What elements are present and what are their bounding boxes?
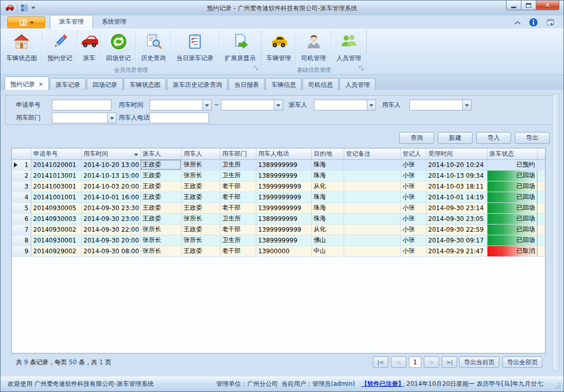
cell-user[interactable]: 张所长 xyxy=(181,213,220,224)
new-button[interactable]: 新建 xyxy=(438,132,473,144)
cell-note[interactable] xyxy=(344,159,400,170)
cell-dept[interactable]: 卫生所 xyxy=(220,213,256,224)
cell-status[interactable]: 已取消 xyxy=(487,246,537,256)
combo-dropdown-icon[interactable] xyxy=(107,113,116,123)
cell-note[interactable] xyxy=(344,192,400,202)
page-number-input[interactable]: 1 xyxy=(409,357,421,368)
last-page-button[interactable]: >| xyxy=(442,357,457,368)
cell-phone[interactable]: 1389999999 xyxy=(256,170,311,181)
doc-tab-回场记录[interactable]: 回场记录 xyxy=(87,78,123,90)
phone-input[interactable] xyxy=(149,113,209,123)
cell-registrar[interactable]: 小张 xyxy=(400,192,426,202)
cell-dept[interactable]: 老干部 xyxy=(220,202,256,213)
cell-user[interactable]: 王政委 xyxy=(181,224,220,235)
cell-time[interactable]: 2014-09-30 22:00 xyxy=(81,224,140,235)
cell-dispatcher[interactable]: 王政委 xyxy=(140,202,181,213)
cell-dispatcher[interactable]: 王政委 xyxy=(140,192,181,202)
cell-dept[interactable]: 卫生所 xyxy=(220,170,256,181)
cell-phone[interactable]: 13999999999 xyxy=(256,181,311,192)
dispatcher-combo[interactable] xyxy=(314,100,376,110)
cell-user[interactable]: 王政委 xyxy=(181,246,220,256)
doc-tab-派车记录[interactable]: 派车记录 xyxy=(50,78,86,90)
cell-accepted[interactable]: 2014-09-29 21:47 xyxy=(426,246,487,256)
cell-time[interactable]: 2014-10-03 20:00 xyxy=(81,181,140,192)
cell-accepted[interactable]: 2014-10-20 10:24 xyxy=(426,159,487,170)
cell-dest[interactable]: 珠海 xyxy=(311,192,344,202)
cell-order[interactable]: 20141013001 xyxy=(31,170,81,181)
cell-dept[interactable]: 卫生所 xyxy=(220,235,256,246)
cell-user[interactable]: 王政委 xyxy=(181,202,220,213)
close-button[interactable]: ✕ xyxy=(536,1,559,10)
cell-dispatcher[interactable]: 王政委 xyxy=(140,181,181,192)
cell-time[interactable]: 2014-09-30 23:00 xyxy=(81,213,140,224)
cell-user[interactable]: 张所长 xyxy=(181,170,220,181)
doc-tab-派车历史记录查询[interactable]: 派车历史记录查询 xyxy=(167,78,228,90)
cell-status[interactable]: 已回场 xyxy=(487,235,537,246)
cell-dept[interactable]: 老干部 xyxy=(220,224,256,235)
cell-note[interactable] xyxy=(344,181,400,192)
ribbon-button-人员管理[interactable]: 人员管理 xyxy=(331,30,366,66)
vertical-scrollbar[interactable] xyxy=(552,94,559,371)
dept-combo[interactable] xyxy=(52,113,117,123)
table-row[interactable]: 7201409300022014-09-30 22:00张所长王政委老干部139… xyxy=(12,224,545,235)
cell-dest[interactable]: 珠海 xyxy=(311,170,344,181)
dialog-launcher-icon[interactable] xyxy=(359,66,364,72)
cell-accepted[interactable]: 2014-09-30 23:14 xyxy=(426,202,487,213)
cell-registrar[interactable]: 小张 xyxy=(400,224,426,235)
cell-dispatcher[interactable]: 张所长 xyxy=(140,246,181,256)
ribbon-button-司机管理[interactable]: 司机管理 xyxy=(296,30,331,66)
scrollbar-thumb[interactable] xyxy=(553,95,558,369)
cell-dispatcher[interactable]: 王政委 xyxy=(140,159,181,170)
cell-order[interactable]: 20140930003 xyxy=(31,213,81,224)
cell-registrar[interactable]: 小张 xyxy=(400,202,426,213)
cell-phone[interactable]: 13999999999 xyxy=(256,224,311,235)
column-header-目的地[interactable]: 目的地 xyxy=(311,148,344,159)
cell-dept[interactable]: 卫生所 xyxy=(220,159,256,170)
collapse-ribbon-icon[interactable] xyxy=(514,21,521,25)
column-header-登记备注[interactable]: 登记备注 xyxy=(344,148,400,159)
cell-user[interactable]: 张所长 xyxy=(181,159,220,170)
query-button[interactable]: 查询 xyxy=(399,132,434,144)
dialog-launcher-icon[interactable] xyxy=(254,66,259,72)
cell-accepted[interactable]: 2014-09-30 09:17 xyxy=(426,235,487,246)
cell-order[interactable]: 20140930005 xyxy=(31,202,81,213)
table-row[interactable]: 6201409300032014-09-30 23:00王政委张所长卫生所138… xyxy=(12,213,545,224)
ribbon-button-扩展屏显示[interactable]: 扩展屏显示 xyxy=(219,30,261,66)
cell-phone[interactable]: 1389999999 xyxy=(256,159,311,170)
user-combo[interactable] xyxy=(409,100,472,110)
cell-status[interactable]: 已回场 xyxy=(487,213,537,224)
prev-page-button[interactable]: < xyxy=(391,357,406,368)
cell-status[interactable]: 已回场 xyxy=(487,170,537,181)
table-row[interactable]: 2201410130012014-10-13 15:00王政委张所长卫生所138… xyxy=(12,170,545,181)
table-row[interactable]: 1201410200012014-10-20 13:00王政委张所长卫生所138… xyxy=(12,159,545,170)
import-button[interactable]: 导入 xyxy=(476,132,511,144)
table-row[interactable]: 5201409300052014-09-30 23:30王政委王政委老干部139… xyxy=(12,202,545,213)
cell-note[interactable] xyxy=(344,170,400,181)
doc-tab-车辆状态图[interactable]: 车辆状态图 xyxy=(124,78,166,90)
cell-dispatcher[interactable]: 张所长 xyxy=(140,235,181,246)
first-page-button[interactable]: |< xyxy=(373,357,388,368)
maximize-button[interactable] xyxy=(521,1,536,10)
cell-dispatcher[interactable]: 张所长 xyxy=(140,224,181,235)
cell-registrar[interactable]: 小张 xyxy=(400,235,426,246)
resize-grip-icon[interactable] xyxy=(555,383,561,389)
cell-dept[interactable]: 老干部 xyxy=(220,181,256,192)
cell-phone[interactable]: 1389999999 xyxy=(256,235,311,246)
export-button[interactable]: 导出 xyxy=(515,132,550,144)
cell-phone[interactable]: 13999999999 xyxy=(256,202,311,213)
doc-tab-人员管理[interactable]: 人员管理 xyxy=(340,78,375,90)
minimize-button[interactable] xyxy=(506,1,521,10)
cell-dest[interactable]: 从化 xyxy=(311,224,344,235)
doc-tab-当日报表[interactable]: 当日报表 xyxy=(229,78,265,90)
combo-dropdown-icon[interactable] xyxy=(202,100,211,110)
cell-status[interactable]: 已回场 xyxy=(487,224,537,235)
doc-tab-车辆信息[interactable]: 车辆信息 xyxy=(266,78,302,90)
column-header-用车部门[interactable]: 用车部门 xyxy=(220,148,256,159)
column-header-用车人[interactable]: 用车人 xyxy=(181,148,220,159)
order-no-input[interactable] xyxy=(52,100,111,110)
cell-registrar[interactable]: 小张 xyxy=(400,213,426,224)
cell-note[interactable] xyxy=(344,224,400,235)
cell-user[interactable]: 张所长 xyxy=(181,235,220,246)
ribbon-button-预约登记[interactable]: 预约登记 xyxy=(43,30,78,66)
column-header-登记人[interactable]: 登记人 xyxy=(400,148,426,159)
